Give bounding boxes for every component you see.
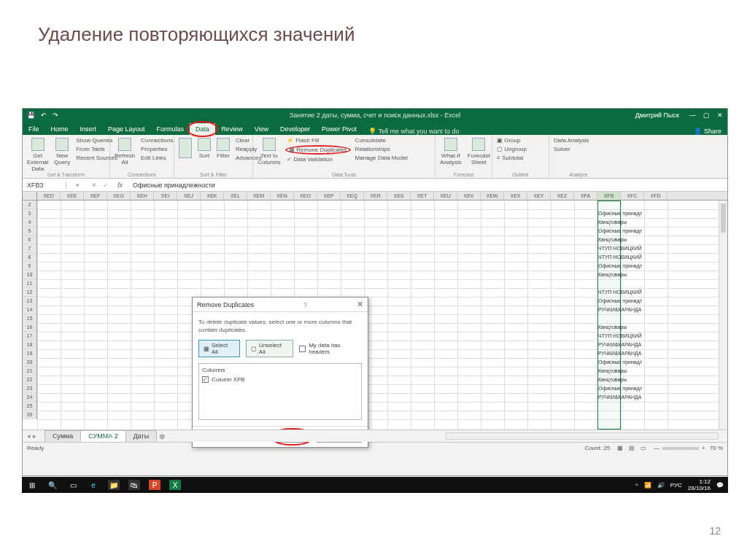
maximize-icon[interactable]: ▢ — [703, 112, 710, 119]
unselect-all-button[interactable]: ▢ Unselect All — [246, 340, 294, 357]
sheet-tab[interactable]: СУММА 2 — [80, 430, 125, 442]
tray-chevron-icon[interactable]: ^ — [635, 482, 638, 489]
tab-data[interactable]: Data — [190, 123, 215, 135]
row-header[interactable]: 15 — [23, 314, 36, 323]
what-if-analysis-button[interactable]: What-If Analysis — [438, 136, 463, 167]
minimize-icon[interactable]: — — [689, 112, 696, 119]
column-header[interactable]: XEK — [201, 192, 224, 200]
tab-home[interactable]: Home — [45, 123, 74, 135]
column-header[interactable]: XEV — [457, 192, 481, 200]
zoom-level[interactable]: 70 % — [710, 445, 723, 451]
explorer-icon[interactable]: 📁 — [108, 480, 120, 490]
redo-icon[interactable]: ↷ — [53, 112, 58, 119]
task-view-icon[interactable]: ▭ — [67, 479, 79, 491]
row-header[interactable]: 19 — [23, 349, 36, 358]
row-header[interactable]: 3 — [23, 209, 36, 218]
column-header[interactable]: XEX — [504, 192, 527, 200]
sort-az-button[interactable] — [177, 136, 193, 160]
relationships-button[interactable]: Relationships — [354, 145, 409, 153]
network-icon[interactable]: 📶 — [644, 482, 651, 489]
column-item[interactable]: ✓Column XFB — [202, 376, 358, 383]
horizontal-scrollbar[interactable] — [446, 432, 719, 440]
row-header[interactable]: 26 — [23, 411, 36, 419]
cell[interactable]: ЧТУП НОВИЦКИЙ — [598, 253, 642, 262]
row-header[interactable]: 25 — [23, 402, 36, 411]
excel-icon[interactable]: X — [169, 480, 181, 490]
column-header[interactable]: XFB — [597, 192, 621, 200]
column-header[interactable]: XEW — [481, 192, 504, 200]
cell[interactable]: Канцтовары — [598, 271, 642, 279]
zoom-out-button[interactable]: — — [654, 445, 659, 451]
edge-icon[interactable]: e — [88, 479, 99, 491]
column-header[interactable]: XFD — [644, 192, 667, 200]
zoom-slider[interactable] — [662, 447, 699, 450]
column-header[interactable]: XEH — [131, 192, 154, 200]
ungroup-button[interactable]: ▢ Ungroup — [495, 145, 528, 153]
store-icon[interactable]: 🛍 — [128, 480, 140, 490]
close-icon[interactable]: ✕ — [717, 112, 723, 119]
start-icon[interactable]: ⊞ — [26, 479, 38, 491]
column-header[interactable]: XEN — [271, 192, 294, 200]
manage-data-model-button[interactable]: Manage Data Model — [354, 154, 409, 162]
data-validation-button[interactable]: ✓ Data Validation — [285, 155, 351, 163]
row-header[interactable]: 24 — [23, 393, 36, 402]
edit-links-button[interactable]: Edit Links — [139, 154, 174, 162]
column-header[interactable]: XEG — [107, 192, 131, 200]
column-header[interactable]: XEZ — [551, 192, 574, 200]
column-header[interactable]: XEI — [154, 192, 177, 200]
cell[interactable]: РУЧКИ&КАРАНДАШИ — [598, 393, 642, 402]
normal-view-icon[interactable]: ▦ — [617, 445, 623, 451]
formula-input[interactable]: Офисные принадлежности — [128, 182, 215, 189]
column-header[interactable]: XEF — [84, 192, 107, 200]
add-sheet-button[interactable]: ⊕ — [159, 432, 165, 440]
flash-fill-button[interactable]: ⚡ Flash Fill — [285, 136, 351, 144]
dialog-close-icon[interactable]: ✕ — [357, 300, 363, 309]
refresh-all-button[interactable]: Refresh All — [113, 136, 136, 167]
row-header[interactable]: 5 — [23, 227, 36, 236]
headers-checkbox[interactable]: My data has headers — [299, 342, 362, 355]
sort-button[interactable]: Sort — [196, 136, 212, 160]
row-header[interactable]: 23 — [23, 384, 36, 393]
page-break-view-icon[interactable]: ▭ — [640, 445, 646, 451]
cell[interactable]: Канцтовары — [598, 367, 642, 376]
row-header[interactable]: 21 — [23, 367, 36, 376]
solver-button[interactable]: Solver — [552, 145, 590, 153]
sheet-tab[interactable]: Сумма — [44, 430, 81, 442]
row-header[interactable]: 22 — [23, 376, 36, 384]
column-header[interactable]: XEO — [294, 192, 317, 200]
clock[interactable]: 1:12 28/10/16 — [688, 478, 711, 491]
tab-page-layout[interactable]: Page Layout — [102, 123, 151, 135]
column-header[interactable]: XET — [411, 192, 434, 200]
row-header[interactable]: 6 — [23, 236, 36, 244]
cell[interactable]: Офисные принадлежности — [598, 262, 642, 271]
select-all-button[interactable]: ▦ Select All — [198, 340, 240, 357]
row-header[interactable]: 11 — [23, 279, 36, 288]
text-to-columns-button[interactable]: Text to Columns — [256, 136, 282, 167]
subtotal-button[interactable]: ≡ Subtotal — [495, 154, 528, 162]
cell[interactable]: РУЧКИ&КАРАНДАШИ — [598, 349, 642, 358]
name-box[interactable]: XFB3 — [23, 182, 66, 189]
cell[interactable]: РУЧКИ&КАРАНДАШИ — [598, 306, 642, 314]
cell[interactable]: ЧТУП НОВИЦКИЙ — [598, 332, 642, 341]
tab-file[interactable]: File — [23, 123, 45, 135]
row-header[interactable]: 16 — [23, 323, 36, 332]
column-header[interactable]: XEE — [61, 192, 84, 200]
tab-power-pivot[interactable]: Power Pivot — [316, 123, 363, 135]
volume-icon[interactable]: 🔊 — [657, 482, 665, 489]
cell[interactable]: Офисные принадлежности — [598, 384, 642, 393]
column-header[interactable]: XEJ — [177, 192, 201, 200]
zoom-in-button[interactable]: + — [702, 445, 705, 451]
row-header[interactable]: 18 — [23, 341, 36, 349]
tab-view[interactable]: View — [249, 123, 274, 135]
vertical-scrollbar[interactable] — [719, 201, 727, 429]
row-header[interactable]: 20 — [23, 358, 36, 367]
get-external-data-button[interactable]: Get External Data — [26, 136, 50, 174]
cell[interactable]: РУЧКИ&КАРАНДАШИ — [598, 341, 642, 349]
tab-developer[interactable]: Developer — [274, 123, 316, 135]
column-header[interactable]: XFC — [621, 192, 644, 200]
page-layout-view-icon[interactable]: ▤ — [629, 445, 635, 451]
sheet-tab[interactable]: Даты — [125, 430, 158, 442]
row-header[interactable]: 4 — [23, 218, 36, 227]
columns-list[interactable]: Columns ✓Column XFB — [198, 363, 362, 420]
undo-icon[interactable]: ↶ — [41, 112, 47, 119]
